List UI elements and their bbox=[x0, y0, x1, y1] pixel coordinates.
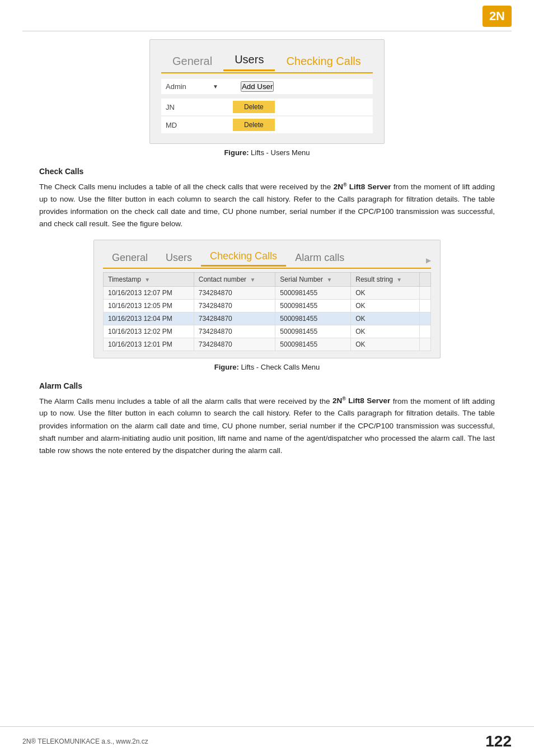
cell-extra bbox=[420, 325, 431, 338]
col-extra bbox=[420, 272, 431, 286]
check-calls-tab-bar: General Users Checking Calls Alarm calls… bbox=[103, 247, 431, 267]
check-calls-title: Check Calls bbox=[39, 167, 495, 176]
user-label-md: MD bbox=[166, 121, 210, 129]
users-menu-tab-bar: General Users Checking Calls bbox=[161, 49, 373, 71]
filter-icon-serial[interactable]: ▼ bbox=[326, 277, 332, 283]
table-row: 10/16/2013 12:07 PM 734284870 5000981455… bbox=[104, 286, 431, 299]
figure-check-calls-menu: General Users Checking Calls Alarm calls… bbox=[93, 240, 441, 358]
filter-icon-result[interactable]: ▼ bbox=[396, 277, 402, 283]
cell-contact: 734284870 bbox=[194, 325, 275, 338]
table-row: 10/16/2013 12:05 PM 734284870 5000981455… bbox=[104, 299, 431, 312]
cell-serial: 5000981455 bbox=[275, 286, 351, 299]
table-row: 10/16/2013 12:01 PM 734284870 5000981455… bbox=[104, 338, 431, 351]
filter-icon-contact[interactable]: ▼ bbox=[250, 277, 255, 283]
add-user-button[interactable]: Add User bbox=[241, 81, 274, 92]
admin-label: Admin bbox=[166, 82, 210, 91]
cell-extra bbox=[420, 338, 431, 351]
tab-wide-users[interactable]: Users bbox=[157, 249, 201, 267]
figure1-caption: Figure: Lifts - Users Menu bbox=[39, 148, 495, 157]
cell-result: OK bbox=[351, 325, 420, 338]
cell-serial: 5000981455 bbox=[275, 299, 351, 312]
footer-text: 2N® TELEKOMUNIKACE a.s., www.2n.cz bbox=[22, 738, 148, 745]
tab-wide-checking-calls[interactable]: Checking Calls bbox=[201, 247, 286, 267]
cell-extra bbox=[420, 286, 431, 299]
main-content: General Users Checking Calls Admin ▼ Add… bbox=[0, 0, 534, 500]
cell-contact: 734284870 bbox=[194, 312, 275, 325]
admin-row: Admin ▼ Add User bbox=[161, 79, 373, 94]
user-row-md: MD Delete bbox=[161, 116, 373, 133]
check-calls-body: The Check Calls menu includes a table of… bbox=[39, 180, 495, 231]
table-row: 10/16/2013 12:04 PM 734284870 5000981455… bbox=[104, 312, 431, 325]
page-number: 122 bbox=[485, 732, 512, 750]
user-row-jn: JN Delete bbox=[161, 99, 373, 115]
col-timestamp: Timestamp ▼ bbox=[104, 272, 194, 286]
alarm-calls-title: Alarm Calls bbox=[39, 381, 495, 390]
tab-checking-calls[interactable]: Checking Calls bbox=[275, 50, 372, 71]
delete-button-jn[interactable]: Delete bbox=[233, 101, 275, 113]
dropdown-arrow-icon[interactable]: ▼ bbox=[213, 83, 218, 90]
cell-extra bbox=[420, 312, 431, 325]
cell-result: OK bbox=[351, 286, 420, 299]
table-row: 10/16/2013 12:02 PM 734284870 5000981455… bbox=[104, 325, 431, 338]
cell-contact: 734284870 bbox=[194, 286, 275, 299]
cell-timestamp: 10/16/2013 12:04 PM bbox=[104, 312, 194, 325]
check-calls-table: Timestamp ▼ Contact number ▼ Serial Numb… bbox=[103, 272, 431, 351]
cell-contact: 734284870 bbox=[194, 299, 275, 312]
alarm-calls-body: The Alarm Calls menu includes a table of… bbox=[39, 395, 495, 458]
tab-wide-general[interactable]: General bbox=[103, 249, 157, 267]
tab-divider bbox=[161, 72, 373, 73]
tab-general[interactable]: General bbox=[161, 50, 223, 71]
col-contact: Contact number ▼ bbox=[194, 272, 275, 286]
cell-contact: 734284870 bbox=[194, 338, 275, 351]
cell-serial: 5000981455 bbox=[275, 338, 351, 351]
cell-result: OK bbox=[351, 299, 420, 312]
col-serial: Serial Number ▼ bbox=[275, 272, 351, 286]
delete-button-md[interactable]: Delete bbox=[233, 119, 275, 131]
cell-timestamp: 10/16/2013 12:05 PM bbox=[104, 299, 194, 312]
cell-timestamp: 10/16/2013 12:02 PM bbox=[104, 325, 194, 338]
col-result: Result string ▼ bbox=[351, 272, 420, 286]
user-label-jn: JN bbox=[166, 103, 210, 111]
cell-timestamp: 10/16/2013 12:07 PM bbox=[104, 286, 194, 299]
cell-extra bbox=[420, 299, 431, 312]
logo: 2N bbox=[483, 6, 512, 27]
logo-area: 2N bbox=[483, 6, 512, 27]
filter-icon-timestamp[interactable]: ▼ bbox=[144, 277, 150, 283]
cell-serial: 5000981455 bbox=[275, 325, 351, 338]
figure-users-menu: General Users Checking Calls Admin ▼ Add… bbox=[149, 39, 385, 144]
tab-wide-alarm-calls[interactable]: Alarm calls bbox=[286, 249, 353, 267]
footer: 2N® TELEKOMUNIKACE a.s., www.2n.cz 122 bbox=[0, 726, 534, 756]
figure2-caption: Figure: Lifts - Check Calls Menu bbox=[39, 363, 495, 371]
table-header-row: Timestamp ▼ Contact number ▼ Serial Numb… bbox=[104, 272, 431, 286]
top-border bbox=[22, 31, 512, 31]
cell-timestamp: 10/16/2013 12:01 PM bbox=[104, 338, 194, 351]
tab-users[interactable]: Users bbox=[223, 49, 275, 71]
cell-serial: 5000981455 bbox=[275, 312, 351, 325]
cell-result: OK bbox=[351, 338, 420, 351]
scroll-right-indicator: ▶ bbox=[353, 256, 431, 267]
cell-result: OK bbox=[351, 312, 420, 325]
